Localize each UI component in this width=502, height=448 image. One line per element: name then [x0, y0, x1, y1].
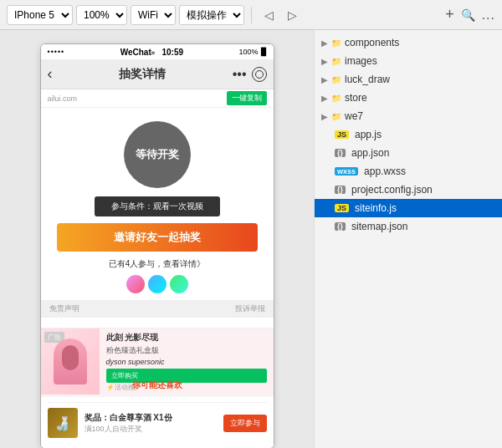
zoom-select[interactable]: 100% [76, 5, 127, 25]
disclaimer-bar: 免责声明 投诉举报 [41, 300, 274, 318]
folder-icon: 📁 [331, 75, 341, 84]
ad-section: 广告 此刻 光影尽现 粉色臻选礼盒版 dyson supersonic 立即购买… [41, 328, 274, 395]
tree-item-images[interactable]: ▶ 📁 images [315, 52, 502, 70]
tree-item-app-json[interactable]: {} app.json [315, 144, 502, 162]
recommend-item: 🍶 奖品：白金尊享酒 X1份 满100人自动开奖 立即参与 [48, 402, 267, 443]
folder-icon: 📁 [331, 57, 341, 66]
phone-simulator: ••••• WeChat≈ 10:59 100% ▉ ‹ 抽奖详情 ••• [0, 30, 314, 448]
network-select[interactable]: WiFi [131, 5, 176, 25]
ad-product-image [54, 339, 87, 384]
tree-item-we7[interactable]: ▶ 📁 we7 [315, 107, 502, 125]
ad-subtitle: 粉色臻选礼盒版 [106, 345, 267, 356]
signal-dots: ••••• [48, 48, 65, 56]
expand-icon: ▶ [321, 57, 328, 66]
rec-info: 奖品：白金尊享酒 X1份 满100人自动开奖 [85, 412, 217, 435]
domain-bar: ailui.com 一键复制 [41, 89, 274, 108]
device-select[interactable]: IPhone 5 [7, 5, 73, 25]
phone-status-bar: ••••• WeChat≈ 10:59 100% ▉ [41, 44, 274, 59]
js-badge: JS [335, 130, 349, 139]
wechat-header: ‹ 抽奖详情 ••• [41, 59, 274, 89]
phone-content: ailui.com 一键复制 等待开奖 参与条件：观看一次视频 邀请好友一起抽奖 [41, 89, 274, 448]
next-btn[interactable]: ▷ [282, 5, 302, 25]
tree-label: images [345, 55, 377, 67]
tree-label: luck_draw [345, 74, 390, 85]
participation-condition: 参与条件：观看一次视频 [95, 196, 220, 216]
report-link[interactable]: 投诉举报 [235, 303, 265, 314]
rec-condition: 满100人自动开奖 [85, 424, 217, 435]
tree-item-sitemap-json[interactable]: {} sitemap.json [315, 217, 502, 236]
prize-circle: 等待开奖 [124, 121, 191, 188]
rec-product-image: 🍶 [48, 408, 78, 438]
js-badge: JS [335, 204, 349, 212]
json-badge: {} [335, 222, 346, 231]
app-name-status: WeChat≈ 10:59 [120, 48, 183, 57]
battery-status: 100% ▉ [238, 48, 266, 56]
tree-label: app.json [351, 147, 389, 159]
tree-item-app-wxss[interactable]: wxss app.wxss [315, 162, 502, 181]
tree-item-project-config[interactable]: {} project.config.json [315, 181, 502, 199]
toolbar-right: + 🔍 ... [445, 6, 495, 23]
expand-icon: ▶ [321, 94, 328, 103]
tree-item-app-js[interactable]: JS app.js [315, 125, 502, 144]
copy-button[interactable]: 一键复制 [227, 91, 267, 105]
tree-item-siteinfo-js[interactable]: JS siteinfo.js [315, 199, 502, 217]
tree-item-components[interactable]: ▶ 📁 components [315, 33, 502, 52]
recommend-section: 🍶 奖品：白金尊享酒 X1份 满100人自动开奖 立即参与 [41, 395, 274, 448]
tree-label: app.wxss [364, 165, 406, 177]
options-button[interactable]: ••• [233, 67, 247, 82]
tree-label: store [345, 92, 367, 104]
tree-label: sitemap.json [351, 221, 407, 232]
folder-icon: 📁 [331, 112, 341, 121]
prev-btn[interactable]: ◁ [259, 5, 279, 25]
toolbar-divider [251, 7, 252, 23]
ad-title: 此刻 光影尽现 [106, 332, 267, 344]
header-right: ••• [233, 67, 267, 82]
participants-info: 已有4人参与，查看详情》 [109, 258, 206, 270]
avatar-1 [126, 275, 145, 293]
add-button[interactable]: + [445, 6, 454, 23]
search-button[interactable]: 🔍 [461, 8, 475, 22]
json-badge: {} [335, 149, 346, 157]
invite-button[interactable]: 邀请好友一起抽奖 [57, 223, 258, 252]
tree-label: project.config.json [351, 184, 433, 196]
tree-item-store[interactable]: ▶ 📁 store [315, 89, 502, 107]
mode-select[interactable]: 模拟操作 [179, 5, 244, 25]
tree-label: components [345, 37, 399, 48]
prize-section: 等待开奖 参与条件：观看一次视频 邀请好友一起抽奖 已有4人参与，查看详情》 [41, 108, 274, 328]
tree-label: we7 [345, 110, 363, 122]
expand-icon: ▶ [321, 38, 328, 48]
phone-frame: ••••• WeChat≈ 10:59 100% ▉ ‹ 抽奖详情 ••• [40, 43, 274, 448]
avatar-2 [148, 275, 166, 293]
toolbar: IPhone 5 100% WiFi 模拟操作 ◁ ▷ + 🔍 ... [0, 0, 502, 30]
disclaimer-left[interactable]: 免责声明 [49, 303, 79, 314]
main-area: ••••• WeChat≈ 10:59 100% ▉ ‹ 抽奖详情 ••• [0, 30, 502, 448]
join-button[interactable]: 立即参与 [223, 415, 267, 432]
more-button[interactable]: ... [482, 8, 495, 23]
rec-prize: 奖品：白金尊享酒 X1份 [85, 412, 217, 424]
ad-brand: dyson supersonic [106, 358, 267, 366]
target-button[interactable] [252, 67, 267, 82]
file-tree: ▶ 📁 components ▶ 📁 images ▶ 📁 luck_draw … [314, 30, 502, 448]
tree-label: app.js [355, 129, 382, 140]
expand-icon: ▶ [321, 112, 328, 121]
tree-item-luck-draw[interactable]: ▶ 📁 luck_draw [315, 70, 502, 89]
back-button[interactable]: ‹ [48, 65, 53, 83]
json-badge: {} [335, 186, 346, 194]
folder-icon: 📁 [331, 38, 341, 48]
avatar-row [126, 275, 188, 293]
page-title: 抽奖详情 [119, 67, 166, 82]
tree-label: siteinfo.js [355, 202, 397, 214]
ad-footer: 你可能还喜欢 [41, 379, 274, 391]
domain-text: ailui.com [48, 94, 78, 103]
wxss-badge: wxss [335, 167, 358, 176]
expand-icon: ▶ [321, 75, 328, 84]
folder-icon: 📁 [331, 94, 341, 103]
avatar-3 [170, 275, 188, 293]
